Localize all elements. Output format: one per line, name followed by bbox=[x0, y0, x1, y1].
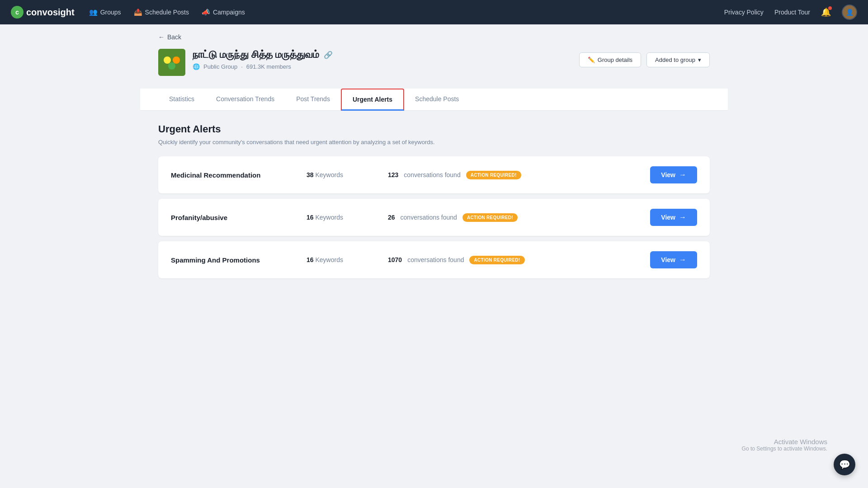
tab-conversation-trends[interactable]: Conversation Trends bbox=[205, 89, 285, 110]
action-badge-3: ACTION REQUIRED! bbox=[469, 256, 524, 264]
navbar-right: Privacy Policy Product Tour 🔔 👤 bbox=[724, 5, 857, 20]
alert-card-profanity: Profanity/abusive 16 Keywords 26 convers… bbox=[158, 199, 710, 236]
group-thumbnail-image bbox=[158, 49, 185, 76]
alert-name-profanity: Profanity/abusive bbox=[171, 214, 297, 221]
alert-conversations-medicinal: 123 conversations found ACTION REQUIRED! bbox=[388, 171, 641, 179]
group-title: நாட்டு மருந்து சித்த மருத்துவம் 🔗 bbox=[193, 49, 333, 61]
group-header: நாட்டு மருந்து சித்த மருத்துவம் 🔗 🌐 Publ… bbox=[158, 49, 710, 76]
back-label: Back bbox=[167, 33, 181, 41]
chat-icon: 💬 bbox=[839, 459, 850, 470]
group-actions: ✏️ Group details Added to group ▾ bbox=[579, 52, 710, 67]
nav-groups[interactable]: 👥 Groups bbox=[89, 8, 121, 16]
nav-campaigns-label: Campaigns bbox=[213, 9, 245, 16]
tab-urgent-alerts[interactable]: Urgent Alerts bbox=[341, 89, 404, 111]
added-to-group-label: Added to group bbox=[655, 56, 695, 63]
view-button-spamming[interactable]: View → bbox=[650, 251, 697, 268]
nav-schedule-label: Schedule Posts bbox=[145, 9, 189, 16]
group-type: Public Group bbox=[203, 63, 237, 70]
alert-name-spamming: Spamming And Promotions bbox=[171, 256, 297, 264]
view-button-profanity[interactable]: View → bbox=[650, 209, 697, 226]
section-description: Quickly identify your community's conver… bbox=[158, 139, 710, 145]
group-title-area: நாட்டு மருந்து சித்த மருத்துவம் 🔗 🌐 Publ… bbox=[193, 49, 333, 70]
view-button-medicinal[interactable]: View → bbox=[650, 166, 697, 183]
brand-logo[interactable]: c convosight bbox=[11, 6, 75, 19]
product-tour-link[interactable]: Product Tour bbox=[774, 9, 810, 16]
conv-label-3: conversations found bbox=[407, 256, 464, 263]
group-name: நாட்டு மருந்து சித்த மருத்துவம் bbox=[193, 49, 319, 61]
tab-statistics[interactable]: Statistics bbox=[158, 89, 205, 110]
nav-campaigns[interactable]: 📣 Campaigns bbox=[202, 8, 245, 16]
nav-schedule-posts[interactable]: 📤 Schedule Posts bbox=[134, 8, 189, 16]
notification-bell[interactable]: 🔔 bbox=[821, 7, 831, 17]
back-link[interactable]: ← Back bbox=[158, 33, 710, 41]
group-details-label: Group details bbox=[598, 56, 632, 63]
section-title: Urgent Alerts bbox=[158, 123, 710, 135]
view-arrow-icon-2: → bbox=[679, 213, 686, 221]
conv-label-2: conversations found bbox=[401, 214, 457, 221]
alert-conversations-spamming: 1070 conversations found ACTION REQUIRED… bbox=[388, 256, 641, 264]
activate-windows-subtitle: Go to Settings to activate Windows. bbox=[742, 446, 827, 452]
conv-label-1: conversations found bbox=[404, 171, 460, 178]
view-arrow-icon-3: → bbox=[679, 256, 686, 264]
group-meta: 🌐 Public Group · 691.3K members bbox=[193, 63, 333, 70]
privacy-policy-link[interactable]: Privacy Policy bbox=[724, 9, 764, 16]
alert-keywords-profanity: 16 Keywords bbox=[307, 214, 379, 221]
activate-windows-notice: Activate Windows Go to Settings to activ… bbox=[742, 438, 827, 452]
group-thumbnail bbox=[158, 49, 185, 76]
urgent-alerts-section: Urgent Alerts Quickly identify your comm… bbox=[158, 123, 710, 278]
brand-name: convosight bbox=[26, 7, 75, 18]
alert-card-medicinal: Medicinal Recommendation 38 Keywords 123… bbox=[158, 156, 710, 193]
group-members: 691.3K members bbox=[246, 63, 291, 70]
activate-windows-title: Activate Windows bbox=[742, 438, 827, 446]
alert-card-spamming: Spamming And Promotions 16 Keywords 1070… bbox=[158, 241, 710, 278]
tabs-bar: Statistics Conversation Trends Post Tren… bbox=[140, 89, 728, 111]
external-link-icon[interactable]: 🔗 bbox=[324, 51, 333, 59]
tab-schedule-posts[interactable]: Schedule Posts bbox=[404, 89, 470, 110]
user-avatar[interactable]: 👤 bbox=[842, 5, 857, 20]
alert-conversations-profanity: 26 conversations found ACTION REQUIRED! bbox=[388, 213, 641, 222]
navbar: c convosight 👥 Groups 📤 Schedule Posts 📣… bbox=[0, 0, 868, 24]
campaigns-icon: 📣 bbox=[202, 8, 210, 16]
alert-keywords-spamming: 16 Keywords bbox=[307, 256, 379, 263]
group-info: நாட்டு மருந்து சித்த மருத்துவம் 🔗 🌐 Publ… bbox=[158, 49, 333, 76]
brand-icon: c bbox=[11, 6, 24, 19]
chat-widget[interactable]: 💬 bbox=[834, 454, 855, 475]
nav-groups-label: Groups bbox=[100, 9, 121, 16]
schedule-icon: 📤 bbox=[134, 8, 142, 16]
added-to-group-button[interactable]: Added to group ▾ bbox=[646, 52, 710, 67]
nav-links: 👥 Groups 📤 Schedule Posts 📣 Campaigns bbox=[89, 8, 710, 16]
globe-icon: 🌐 bbox=[193, 63, 200, 70]
notification-dot bbox=[828, 6, 832, 10]
action-badge-1: ACTION REQUIRED! bbox=[466, 171, 521, 179]
tab-post-trends[interactable]: Post Trends bbox=[285, 89, 341, 110]
alert-name-medicinal: Medicinal Recommendation bbox=[171, 171, 297, 179]
action-badge-2: ACTION REQUIRED! bbox=[462, 213, 518, 222]
group-separator: · bbox=[241, 63, 243, 70]
groups-icon: 👥 bbox=[89, 8, 98, 16]
group-details-button[interactable]: ✏️ Group details bbox=[579, 52, 641, 67]
chevron-down-icon: ▾ bbox=[698, 56, 701, 63]
pencil-icon: ✏️ bbox=[588, 56, 595, 63]
page-content: ← Back நாட்டு மருந்து சித்த மருத்துவம் 🔗… bbox=[140, 24, 728, 293]
view-arrow-icon-1: → bbox=[679, 171, 686, 179]
back-arrow-icon: ← bbox=[158, 33, 165, 41]
alert-keywords-medicinal: 38 Keywords bbox=[307, 171, 379, 178]
